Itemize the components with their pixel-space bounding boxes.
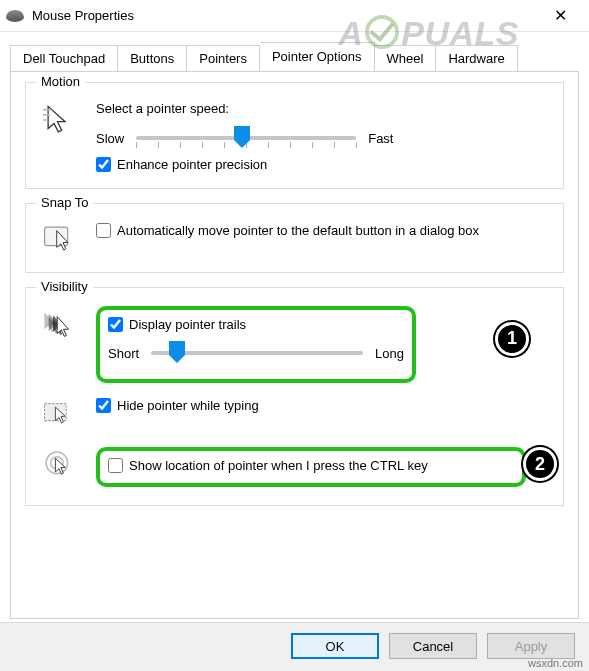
pointer-trails-input[interactable] [108, 317, 123, 332]
highlight-2: Show location of pointer when I press th… [96, 447, 526, 487]
legend-snap-to: Snap To [36, 195, 93, 210]
annotation-badge-2: 2 [523, 447, 557, 481]
annotation-badge-1: 1 [495, 322, 529, 356]
legend-visibility: Visibility [36, 279, 93, 294]
speed-label-slow: Slow [96, 131, 124, 146]
ctrl-locate-input[interactable] [108, 458, 123, 473]
pointer-speed-thumb[interactable] [234, 126, 250, 148]
pointer-trails-checkbox[interactable]: Display pointer trails [108, 316, 404, 334]
hide-pointer-input[interactable] [96, 398, 111, 413]
window-title: Mouse Properties [32, 8, 134, 23]
snap-to-icon [38, 222, 82, 258]
tab-dell-touchpad[interactable]: Dell Touchpad [10, 45, 118, 72]
group-snap-to: Snap To Automatically move pointer to th… [25, 203, 564, 273]
hide-pointer-checkbox[interactable]: Hide pointer while typing [96, 397, 551, 415]
tab-panel-pointer-options: Motion Select a pointer speed: Slow [10, 71, 579, 619]
tab-pointers[interactable]: Pointers [187, 45, 260, 72]
enhance-precision-input[interactable] [96, 157, 111, 172]
snap-to-input[interactable] [96, 223, 111, 238]
close-button[interactable]: ✕ [537, 0, 583, 32]
snap-to-checkbox[interactable]: Automatically move pointer to the defaul… [96, 222, 551, 240]
group-visibility: Visibility Display pointer trails [25, 287, 564, 506]
trail-length-slider[interactable] [151, 339, 363, 367]
trail-label-long: Long [375, 346, 404, 361]
close-icon: ✕ [554, 8, 567, 24]
ctrl-locate-checkbox[interactable]: Show location of pointer when I press th… [108, 457, 514, 475]
source-watermark: wsxdn.com [528, 657, 583, 669]
tab-buttons[interactable]: Buttons [118, 45, 187, 72]
pointer-trails-icon [38, 306, 82, 342]
cancel-button[interactable]: Cancel [389, 633, 477, 659]
hide-pointer-icon [38, 397, 82, 433]
pointer-speed-slider[interactable] [136, 124, 356, 152]
tab-strip: Dell Touchpad Buttons Pointers Pointer O… [0, 32, 589, 71]
motion-cursor-icon [38, 101, 82, 137]
tab-wheel[interactable]: Wheel [375, 45, 437, 72]
mouse-icon [6, 10, 24, 22]
dialog-button-bar: OK Cancel Apply [0, 622, 589, 671]
apply-button[interactable]: Apply [487, 633, 575, 659]
trail-label-short: Short [108, 346, 139, 361]
enhance-precision-checkbox[interactable]: Enhance pointer precision [96, 156, 551, 174]
ctrl-locate-icon [38, 447, 82, 483]
motion-heading: Select a pointer speed: [96, 101, 551, 116]
tab-hardware[interactable]: Hardware [436, 45, 517, 72]
trail-length-thumb[interactable] [169, 341, 185, 363]
group-motion: Motion Select a pointer speed: Slow [25, 82, 564, 189]
highlight-1: Display pointer trails Short Long [96, 306, 416, 384]
legend-motion: Motion [36, 74, 85, 89]
speed-label-fast: Fast [368, 131, 393, 146]
tab-pointer-options[interactable]: Pointer Options [260, 42, 375, 71]
ok-button[interactable]: OK [291, 633, 379, 659]
title-bar: Mouse Properties ✕ [0, 0, 589, 32]
